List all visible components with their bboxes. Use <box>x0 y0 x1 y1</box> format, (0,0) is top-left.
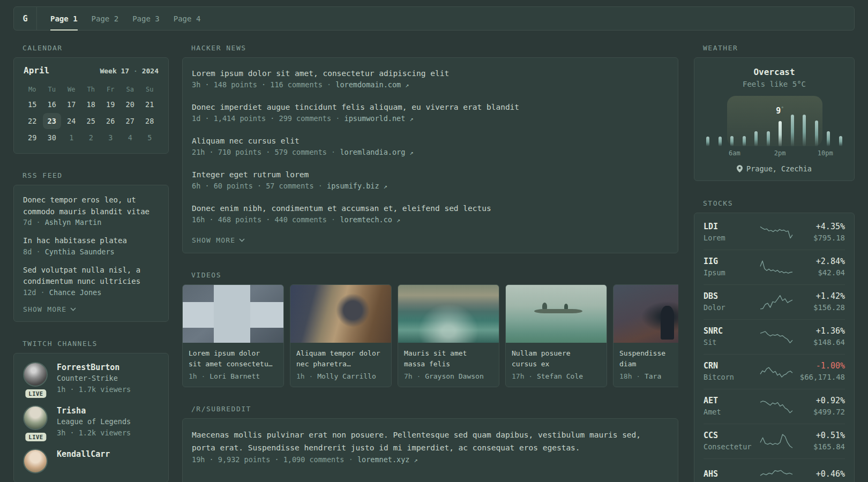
subreddit-card: Maecenas mollis pulvinar erat non posuer… <box>182 418 678 482</box>
calendar-day: 16 <box>42 96 62 112</box>
video-card[interactable]: Suspendisse diam 18h · Tara <box>613 284 678 387</box>
video-title[interactable]: Nullam posuere cursus ex <box>512 348 601 370</box>
stock-row: CCS Consectetur +0.51% $165.84 <box>704 424 845 458</box>
stock-ticker[interactable]: AHS <box>704 469 759 480</box>
video-card[interactable]: Mauris sit amet massa felis 7h · Grayson… <box>398 284 499 387</box>
rss-item-meta: 12d · Chance Jones <box>23 288 159 297</box>
hn-story-meta: 16h · 468 points · 440 comments · loremt… <box>192 214 669 226</box>
chevron-down-icon <box>70 307 76 311</box>
rss-show-more-button[interactable]: SHOW MORE <box>23 305 76 313</box>
stock-change: +1.36% <box>813 326 845 337</box>
stocks-card: LDI Lorem +4.35% $795.18 IIG Ipsum <box>694 213 855 482</box>
video-title[interactable]: Aliquam tempor dolor nec pharetra… <box>296 348 385 370</box>
subreddit-post-meta: 19h · 9,932 points · 1,090 comments · lo… <box>192 454 669 466</box>
weather-bar <box>791 115 794 146</box>
calendar-week-row: 22 23 24 25 26 27 28 <box>23 112 160 129</box>
calendar-day: 17 <box>62 96 81 112</box>
twitch-channel-name[interactable]: Trisha <box>57 405 131 416</box>
video-thumbnail[interactable] <box>290 285 391 343</box>
hn-story-meta: 21h · 710 points · 579 comments · loreml… <box>192 147 669 159</box>
calendar-day: 21 <box>140 96 160 112</box>
stock-ticker[interactable]: IIG <box>704 256 759 267</box>
video-card[interactable]: Aliquam tempor dolor nec pharetra… 1h · … <box>290 284 392 387</box>
subreddit-post-domain[interactable]: loremnet.xyz ↗ <box>357 455 418 464</box>
hn-story-domain[interactable]: ipsumify.biz ↗ <box>327 182 387 190</box>
video-meta: 1h · Molly Carrillo <box>296 372 385 380</box>
calendar-day: 25 <box>81 112 101 129</box>
rss-item-title[interactable]: In hac habitasse platea <box>23 235 159 247</box>
external-link-icon: ↗ <box>414 456 418 464</box>
stock-change: +0.46% <box>816 469 845 480</box>
calendar-day-next-month: 1 <box>62 129 81 146</box>
stock-row: AHS +0.46% <box>704 458 845 482</box>
hn-story-domain[interactable]: ipsumworld.net ↗ <box>345 114 414 123</box>
rss-item: Sed volutpat nulla nisl, a condimentum n… <box>23 265 159 297</box>
twitch-channel[interactable]: KendallCarr <box>23 449 159 473</box>
subreddit-post-title[interactable]: Maecenas mollis pulvinar erat non posuer… <box>192 428 669 454</box>
stock-ticker[interactable]: CCS <box>704 430 759 441</box>
dot-separator: · <box>349 455 353 464</box>
dot-separator: · <box>636 372 640 380</box>
hn-show-more-button[interactable]: SHOW MORE <box>192 236 245 244</box>
hn-story-title[interactable]: Donec imperdiet augue tincidunt felis al… <box>192 101 669 113</box>
stock-sparkline <box>759 397 794 416</box>
video-thumbnail[interactable] <box>398 285 499 343</box>
hn-story: Aliquam nec cursus elit 21h · 710 points… <box>192 135 669 159</box>
twitch-channel-name[interactable]: ForrestBurton <box>57 362 131 373</box>
calendar-day-next-month: 2 <box>81 129 101 146</box>
twitch-channel-game: Counter-Strike <box>57 373 131 384</box>
weather-location: Prague, Czechia <box>694 164 854 173</box>
stock-ticker[interactable]: DBS <box>704 291 759 302</box>
stock-ticker[interactable]: CRN <box>704 360 759 372</box>
stock-price: $165.84 <box>813 441 845 452</box>
twitch-channel[interactable]: LIVE Trisha League of Legends 3h · 1.2k … <box>23 405 159 438</box>
stock-name: Sit <box>704 337 759 348</box>
calendar-card: April Week 17 · 2024 Mo Tu We Th <box>13 57 169 154</box>
calendar-day: 29 <box>23 129 42 146</box>
video-thumbnail[interactable] <box>183 285 283 343</box>
hn-story-domain[interactable]: loremlandia.org ↗ <box>340 148 413 156</box>
live-badge: LIVE <box>25 433 46 441</box>
video-thumbnail[interactable] <box>613 285 678 343</box>
app-logo[interactable]: G <box>14 7 37 30</box>
twitch-channel-name[interactable]: KendallCarr <box>57 449 110 460</box>
video-card[interactable]: Nullam posuere cursus ex 17h · Stefan Co… <box>505 284 607 387</box>
rss-item-title[interactable]: Donec tempor eros leo, ut commodo mauris… <box>23 194 159 217</box>
tab-page-1[interactable]: Page 1 <box>50 7 78 30</box>
twitch-channel[interactable]: LIVE ForrestBurton Counter-Strike 1h · 1… <box>23 362 159 395</box>
dot-separator: · <box>41 288 45 297</box>
tab-page-3[interactable]: Page 3 <box>132 7 160 30</box>
stock-ticker[interactable]: SNRC <box>704 326 759 337</box>
tab-page-4[interactable]: Page 4 <box>174 7 201 30</box>
weekday-label: Th <box>81 83 101 96</box>
hn-story-title[interactable]: Integer eget rutrum lorem <box>192 169 669 180</box>
hn-story-title[interactable]: Lorem ipsum dolor sit amet, consectetur … <box>192 67 669 79</box>
weather-bar <box>719 137 722 146</box>
rss-item-title[interactable]: Sed volutpat nulla nisl, a condimentum n… <box>23 265 159 288</box>
hn-story-domain[interactable]: loremtech.co ↗ <box>340 215 400 224</box>
stock-ticker[interactable]: LDI <box>704 221 759 232</box>
hn-story-title[interactable]: Donec enim nibh, condimentum et accumsan… <box>192 202 669 214</box>
stock-price: $42.04 <box>816 267 845 278</box>
calendar-widget: CALENDAR April Week 17 · 2024 Mo Tu <box>13 44 169 154</box>
twitch-widget: TWITCH CHANNELS LIVE ForrestBurton Count… <box>13 340 169 482</box>
calendar-day: 28 <box>140 112 160 129</box>
video-card[interactable]: Lorem ipsum dolor sit amet consectetu… 1… <box>182 284 284 387</box>
video-row: Lorem ipsum dolor sit amet consectetu… 1… <box>182 284 678 387</box>
stocks-widget: STOCKS LDI Lorem +4.35% $795.18 <box>694 199 855 482</box>
stock-change: +2.84% <box>816 256 845 267</box>
hn-story-title[interactable]: Aliquam nec cursus elit <box>192 135 669 147</box>
hackernews-heading: HACKER NEWS <box>191 44 678 52</box>
calendar-day-next-month: 3 <box>101 129 121 146</box>
stock-change: +1.42% <box>813 291 845 302</box>
tab-page-2[interactable]: Page 2 <box>92 7 119 30</box>
video-meta: 7h · Grayson Dawson <box>404 372 493 380</box>
calendar-day: 22 <box>23 112 42 129</box>
video-thumbnail[interactable] <box>506 285 607 343</box>
dot-separator: · <box>133 67 138 75</box>
stock-ticker[interactable]: AET <box>704 395 759 406</box>
hn-story-domain[interactable]: loremdomain.com ↗ <box>335 80 409 89</box>
video-title[interactable]: Lorem ipsum dolor sit amet consectetu… <box>189 348 278 370</box>
video-title[interactable]: Mauris sit amet massa felis <box>404 348 493 370</box>
video-title[interactable]: Suspendisse diam <box>619 348 678 370</box>
